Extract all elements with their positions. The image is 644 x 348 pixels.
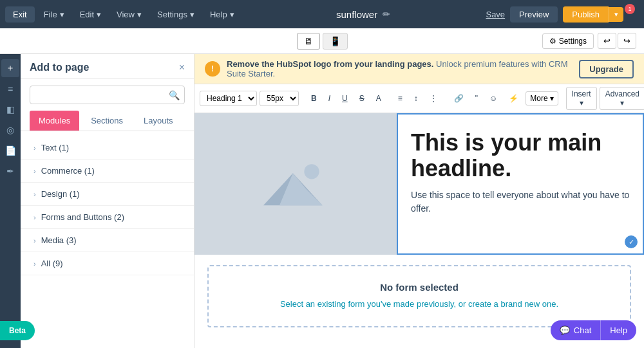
- tabs-row: Modules Sections Layouts: [21, 111, 194, 131]
- add-to-page-panel: Add to page × 🔍 Modules Sections Layouts…: [21, 54, 194, 348]
- no-form-title: No form selected: [224, 282, 614, 293]
- desktop-view-button[interactable]: 🖥: [297, 33, 320, 50]
- navbar: Exit File ▾ Edit ▾ View ▾ Settings ▾ Hel…: [0, 0, 644, 28]
- no-form-text: Select an existing form you've made prev…: [224, 298, 614, 311]
- redo-button[interactable]: ↪: [618, 33, 636, 49]
- preview-button[interactable]: Preview: [510, 6, 558, 23]
- check-badge: ✓: [625, 235, 638, 248]
- publish-wrap: Publish ▾: [563, 6, 623, 23]
- sidebar-pen-icon[interactable]: ✒: [1, 162, 19, 180]
- module-all[interactable]: › All (9): [21, 252, 194, 275]
- undo-button[interactable]: ↩: [598, 33, 616, 49]
- notification-text: Remove the HubSpot logo from your landin…: [227, 59, 573, 78]
- link-button[interactable]: 🔗: [450, 91, 468, 105]
- chat-bubble-icon: 💬: [560, 325, 570, 335]
- pencil-icon[interactable]: ✏: [383, 9, 390, 19]
- svg-point-0: [304, 164, 319, 179]
- advanced-button[interactable]: Advanced ▾: [600, 87, 644, 110]
- main-layout: ＋ ≡ ◧ ◎ 📄 ✒ Add to page × 🔍 Modules Sect…: [0, 54, 644, 348]
- settings-menu[interactable]: Settings ▾: [151, 6, 201, 23]
- chevron-right-icon: ›: [33, 214, 36, 221]
- chevron-right-icon: ›: [33, 167, 36, 175]
- module-media[interactable]: › Media (3): [21, 229, 194, 252]
- panel-header: Add to page ×: [21, 54, 194, 79]
- line-height-button[interactable]: ↕: [410, 91, 422, 105]
- special-button[interactable]: ⚡: [504, 91, 523, 105]
- save-button[interactable]: Save: [486, 10, 505, 19]
- sidebar-pages-icon[interactable]: ≡: [1, 80, 19, 98]
- upgrade-button[interactable]: Upgrade: [579, 60, 634, 78]
- undo-redo-group: ↩ ↪: [598, 33, 636, 49]
- tab-modules[interactable]: Modules: [30, 111, 79, 131]
- text-color-button[interactable]: A: [372, 91, 386, 105]
- hero-section: This is your main headline. Use this spa…: [194, 113, 644, 255]
- view-menu[interactable]: View ▾: [110, 6, 148, 23]
- tab-layouts[interactable]: Layouts: [135, 111, 182, 131]
- publish-button[interactable]: Publish: [563, 6, 609, 23]
- italic-button[interactable]: I: [324, 91, 335, 105]
- nav-right: Save Preview Publish ▾ 1: [486, 6, 639, 23]
- content-area: ! Remove the HubSpot logo from your land…: [194, 54, 644, 348]
- notification-strong-text: Remove the HubSpot logo from your landin…: [227, 59, 433, 69]
- module-commerce[interactable]: › Commerce (1): [21, 160, 194, 183]
- quote-button[interactable]: ": [471, 91, 482, 105]
- search-button[interactable]: 🔍: [169, 90, 180, 100]
- icon-sidebar: ＋ ≡ ◧ ◎ 📄 ✒: [0, 54, 21, 348]
- notification-badge: 1: [625, 4, 635, 14]
- page-frame: This is your main headline. Use this spa…: [194, 113, 644, 348]
- modules-list: › Text (1) › Commerce (1) › Design (1) ›…: [21, 131, 194, 348]
- gear-icon: ⚙: [549, 37, 556, 46]
- edit-menu[interactable]: Edit ▾: [73, 6, 108, 23]
- help-button[interactable]: Help: [600, 320, 636, 340]
- hero-subtext: Use this space to tell everyone about wh…: [411, 188, 630, 215]
- toolbar2: 🖥 📱 ⚙ Settings ↩ ↪: [0, 28, 644, 54]
- search-row: 🔍: [21, 79, 194, 111]
- help-menu[interactable]: Help ▾: [204, 6, 241, 23]
- align-left-button[interactable]: ≡: [393, 91, 407, 105]
- chevron-right-icon: ›: [33, 190, 36, 198]
- chat-widget: 💬 Chat Help: [551, 320, 636, 340]
- close-panel-button[interactable]: ×: [179, 62, 185, 73]
- sidebar-add-icon[interactable]: ＋: [1, 59, 19, 77]
- mountain-svg: [263, 158, 328, 210]
- publish-dropdown-button[interactable]: ▾: [609, 7, 623, 22]
- chat-button[interactable]: 💬 Chat: [551, 320, 600, 340]
- underline-button[interactable]: U: [337, 91, 352, 105]
- exit-button[interactable]: Exit: [5, 6, 35, 23]
- form-section[interactable]: No form selected Select an existing form…: [207, 265, 631, 327]
- sidebar-file-icon[interactable]: 📄: [1, 142, 19, 160]
- sidebar-optimize-icon[interactable]: ◎: [1, 121, 19, 139]
- tab-sections[interactable]: Sections: [82, 111, 132, 131]
- notification-bar: ! Remove the HubSpot logo from your land…: [194, 54, 644, 84]
- hero-image-placeholder: [194, 113, 397, 255]
- heading-select[interactable]: Heading 1: [200, 91, 257, 106]
- module-text[interactable]: › Text (1): [21, 136, 194, 160]
- hero-text-block[interactable]: This is your main headline. Use this spa…: [397, 113, 644, 255]
- emoji-button[interactable]: ☺: [485, 91, 502, 105]
- panel-title: Add to page: [30, 62, 89, 73]
- insert-button[interactable]: Insert ▾: [566, 87, 597, 110]
- image-placeholder-icon: [263, 158, 328, 210]
- site-name: sunflower: [336, 9, 377, 20]
- font-size-select[interactable]: 55px: [260, 91, 299, 106]
- page-settings-button[interactable]: ⚙ Settings: [542, 33, 594, 49]
- nav-center: sunflower ✏: [243, 9, 484, 20]
- device-buttons: 🖥 📱: [297, 33, 348, 50]
- canvas: This is your main headline. Use this spa…: [194, 113, 644, 348]
- chevron-right-icon: ›: [33, 237, 36, 244]
- chevron-right-icon: ›: [33, 144, 36, 152]
- editor-toolbar: Heading 1 55px B I U S A ≡ ↕ ⋮ 🔗 " ☺ ⚡ M…: [194, 84, 644, 113]
- module-design[interactable]: › Design (1): [21, 183, 194, 206]
- more-dropdown[interactable]: More ▾: [526, 91, 558, 105]
- list-button[interactable]: ⋮: [425, 91, 442, 105]
- strikethrough-button[interactable]: S: [355, 91, 369, 105]
- file-menu[interactable]: File ▾: [37, 6, 71, 23]
- mobile-view-button[interactable]: 📱: [323, 33, 348, 50]
- bold-button[interactable]: B: [307, 91, 321, 105]
- search-input[interactable]: [30, 86, 185, 104]
- beta-badge: Beta: [0, 321, 35, 340]
- hubspot-icon: !: [205, 61, 220, 77]
- main-headline: This is your main headline.: [411, 130, 630, 181]
- module-forms-buttons[interactable]: › Forms and Buttons (2): [21, 206, 194, 229]
- sidebar-layers-icon[interactable]: ◧: [1, 100, 19, 118]
